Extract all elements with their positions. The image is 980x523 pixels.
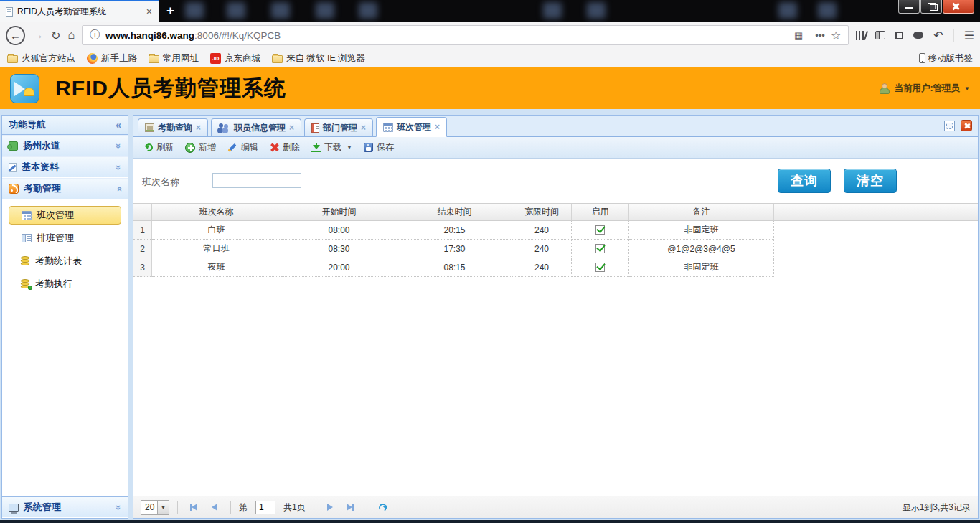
column-header[interactable]: 开始时间 [281, 204, 397, 220]
screenshot-icon[interactable] [895, 32, 903, 39]
sidebar-item-attendance-stats[interactable]: 考勤统计表 [9, 252, 121, 270]
current-user[interactable]: 当前用户:管理员 ▼ [879, 83, 970, 95]
reload-button[interactable]: ↻ [51, 29, 60, 42]
app-title: RFID人员考勤管理系统 [55, 74, 286, 103]
download-icon [311, 143, 321, 152]
close-panel-icon[interactable] [961, 120, 972, 131]
browser-tab[interactable]: RFID人员考勤管理系统 × [0, 0, 159, 22]
sidebar-item-shift-management[interactable]: 班次管理 [9, 206, 121, 225]
prev-page-button[interactable] [207, 500, 222, 514]
close-tab-icon[interactable]: × [361, 123, 366, 133]
home-button[interactable]: ⌂ [67, 29, 75, 42]
bookmark-item[interactable]: 火狐官方站点 [7, 52, 75, 65]
cell-enabled [572, 221, 629, 240]
url-host: www.hanqi86.wang [105, 30, 194, 41]
next-page-button[interactable] [322, 500, 338, 514]
query-button[interactable]: 查询 [778, 169, 831, 193]
qr-code-icon[interactable]: ▦ [794, 30, 803, 41]
clear-button[interactable]: 清空 [844, 169, 897, 193]
table-icon [22, 234, 32, 242]
chevron-double-down-icon: » [113, 143, 124, 148]
triangle-right-icon [327, 504, 333, 511]
bookmark-mobile[interactable]: 移动版书签 [919, 52, 974, 65]
page-number-input[interactable] [255, 501, 275, 514]
desktop-blur-icon [543, 2, 562, 19]
sidebar-group-label: 基本资料 [22, 161, 59, 174]
menu-icon[interactable]: ☰ [964, 29, 974, 42]
reload-grid-button[interactable] [375, 500, 391, 514]
sidebar-group-yangzhou[interactable]: 扬州永道 » [2, 135, 128, 156]
sidebar-submenu: 班次管理 排班管理 考勤统计表 考勤执行 [2, 199, 128, 496]
restore-button[interactable] [920, 0, 942, 14]
messages-icon[interactable] [913, 32, 923, 39]
sidebar-item-schedule-management[interactable]: 排班管理 [9, 229, 121, 248]
first-page-button[interactable] [186, 500, 202, 514]
bookmark-star-icon[interactable]: ☆ [831, 29, 841, 42]
close-window-button[interactable] [943, 0, 974, 14]
bookmark-item[interactable]: JD 京东商城 [210, 52, 260, 65]
url-text[interactable]: www.hanqi86.wang:8006/#!/Kq/KQPCB [105, 30, 788, 41]
download-button[interactable]: 下载 ▼ [306, 139, 358, 156]
save-button[interactable]: 保存 [358, 139, 400, 156]
bookmark-item[interactable]: 来自 微软 IE 浏览器 [272, 52, 365, 65]
forward-button[interactable]: → [32, 29, 44, 42]
pencil-icon [227, 143, 237, 153]
close-tab-icon[interactable]: × [289, 123, 294, 133]
tab-attendance-query[interactable]: 考勤查询 × [138, 118, 208, 136]
tab-department[interactable]: 部门管理 × [304, 118, 373, 136]
fullscreen-icon[interactable] [944, 121, 955, 131]
close-tab-icon[interactable]: × [196, 123, 201, 133]
cell-shift-name: 白班 [152, 221, 281, 240]
column-header[interactable]: 宽限时间 [512, 204, 572, 220]
close-tab-icon[interactable]: × [145, 6, 154, 17]
sidebar-item-attendance-execute[interactable]: 考勤执行 [9, 275, 121, 293]
sidebar-group-label: 扬州永道 [23, 139, 60, 152]
table-row[interactable]: 1 白班 08:00 20:15 240 非固定班 [133, 221, 978, 240]
undo-icon[interactable]: ↶ [933, 29, 943, 42]
cell-remark: 非固定班 [629, 258, 774, 277]
url-bar[interactable]: ⓘ www.hanqi86.wang:8006/#!/Kq/KQPCB ▦ ••… [82, 25, 849, 45]
browser-navbar: ← → ↻ ⌂ ⓘ www.hanqi86.wang:8006/#!/Kq/KQ… [0, 22, 980, 49]
divider [953, 29, 954, 42]
minimize-button[interactable] [898, 0, 920, 14]
library-icon[interactable] [856, 31, 865, 40]
tab-shift-management[interactable]: 班次管理 × [376, 117, 447, 137]
site-info-icon[interactable]: ⓘ [90, 29, 100, 42]
last-page-button[interactable] [343, 500, 359, 514]
desktop-blur-icon [227, 2, 245, 19]
sidebar-group-attendance[interactable]: 考勤管理 » [2, 178, 128, 199]
page-prefix-label: 第 [239, 501, 248, 514]
cell-enabled [572, 258, 629, 277]
collapse-sidebar-icon[interactable]: « [116, 119, 121, 131]
plus-circle-icon [185, 143, 195, 153]
back-button[interactable]: ← [6, 26, 25, 45]
bookmark-item[interactable]: 常用网址 [149, 52, 199, 65]
bookmark-item[interactable]: 新手上路 [87, 52, 137, 65]
bookmark-label: 京东商城 [225, 52, 260, 65]
sidebar-group-label: 考勤管理 [24, 182, 61, 195]
add-button[interactable]: 新增 [179, 139, 222, 156]
tab-staff-info[interactable]: 职员信息管理 × [211, 118, 301, 136]
folder-icon [272, 55, 283, 63]
sidebar-group-basic-data[interactable]: 基本资料 » [2, 156, 128, 178]
floppy-icon [364, 143, 373, 152]
close-tab-icon[interactable]: × [435, 122, 440, 132]
sidebar-toggle-icon[interactable] [875, 31, 885, 39]
table-row[interactable]: 2 常日班 08:30 17:30 240 @1@2@3@4@5 [133, 240, 978, 258]
chevron-down-icon[interactable]: ▼ [157, 501, 169, 514]
shift-name-input[interactable] [212, 173, 301, 188]
desktop-blur-icon [316, 2, 334, 19]
refresh-button[interactable]: 刷新 [139, 139, 179, 156]
edit-button[interactable]: 编辑 [222, 139, 264, 156]
new-tab-button[interactable]: + [166, 3, 174, 19]
page-size-select[interactable]: 20 ▼ [141, 500, 169, 515]
delete-button[interactable]: 删除 [264, 139, 306, 156]
column-header[interactable]: 结束时间 [397, 204, 512, 220]
total-pages-label: 共1页 [283, 501, 306, 514]
column-header[interactable]: 班次名称 [152, 204, 281, 220]
column-header[interactable]: 启用 [572, 204, 629, 220]
page-actions-icon[interactable]: ••• [815, 30, 825, 41]
sidebar-group-system[interactable]: 系统管理 » [2, 496, 128, 518]
table-row[interactable]: 3 夜班 20:00 08:15 240 非固定班 [133, 258, 978, 277]
column-header[interactable]: 备注 [629, 204, 774, 220]
